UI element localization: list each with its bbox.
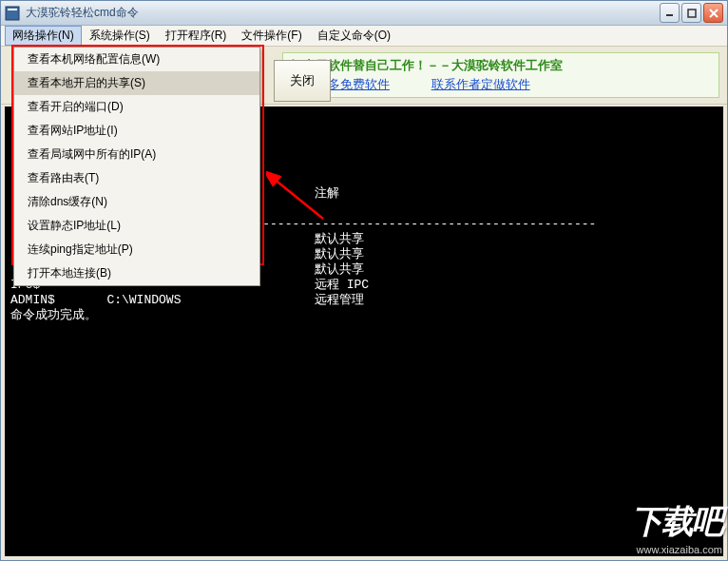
dd-item-flushdns[interactable]: 清除dns缓存(N) [14, 190, 259, 214]
titlebar[interactable]: 大漠驼铃轻松cmd命令 [1, 1, 727, 26]
close-output-button[interactable]: 关闭 [274, 60, 331, 102]
minimize-button[interactable] [660, 3, 680, 23]
close-button[interactable] [703, 3, 723, 23]
window-controls [660, 3, 723, 23]
network-dropdown: 查看本机网络配置信息(W) 查看本地开启的共享(S) 查看开启的端口(D) 查看… [13, 47, 260, 286]
titlebar-text: 大漠驼铃轻松cmd命令 [26, 5, 660, 21]
maximize-button[interactable] [681, 3, 701, 23]
dd-item-netconfig[interactable]: 查看本机网络配置信息(W) [14, 48, 259, 71]
svg-rect-1 [8, 9, 17, 10]
dd-item-openports[interactable]: 查看开启的端口(D) [14, 95, 259, 119]
dd-item-routetable[interactable]: 查看路由表(T) [14, 166, 259, 190]
promo-link-contact[interactable]: 联系作者定做软件 [431, 77, 530, 91]
svg-rect-3 [688, 10, 696, 17]
menu-network[interactable]: 网络操作(N) [5, 26, 82, 46]
menu-openprogram[interactable]: 打开程序(R) [158, 26, 235, 46]
dd-item-siteip[interactable]: 查看网站IP地址(I) [14, 119, 259, 143]
menu-system[interactable]: 系统操作(S) [82, 26, 158, 46]
dd-item-localshare[interactable]: 查看本地开启的共享(S) [14, 71, 259, 95]
dd-item-lanips[interactable]: 查看局域网中所有的IP(A) [14, 143, 259, 166]
promo-title: 智者用软件替自己工作！－－大漠驼铃软件工作室 [291, 57, 711, 74]
dd-item-staticip[interactable]: 设置静态IP地址(L) [14, 214, 259, 238]
dd-item-localconn[interactable]: 打开本地连接(B) [14, 261, 259, 285]
promo-box: 智者用软件替自己工作！－－大漠驼铃软件工作室 下载更多免费软件 联系作者定做软件 [282, 52, 719, 98]
menubar: 网络操作(N) 系统操作(S) 打开程序(R) 文件操作(F) 自定义命令(O) [1, 26, 727, 47]
dd-item-ping[interactable]: 连续ping指定地址(P) [14, 238, 259, 261]
app-icon [5, 6, 20, 21]
menu-custom[interactable]: 自定义命令(O) [310, 26, 398, 46]
menu-file[interactable]: 文件操作(F) [234, 26, 309, 46]
